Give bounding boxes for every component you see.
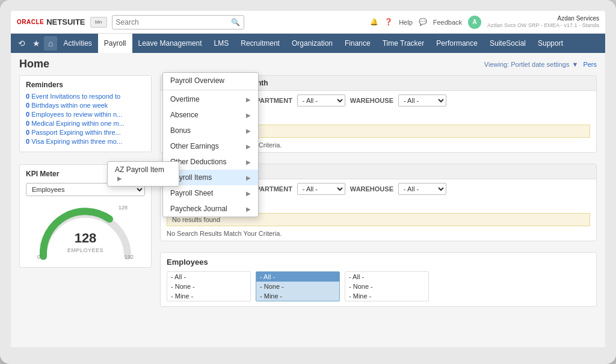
user-name: Azdan Services: [487, 14, 599, 22]
top-bar-right: 🔔 ❓ Help 💬 Feedback A Azdan Services Azd…: [370, 14, 599, 29]
reminder-item-0[interactable]: 0 Event Invitations to respond to: [26, 93, 145, 100]
chevron-right-icon: ▶: [246, 96, 251, 103]
dept-select-expiring[interactable]: - All -: [297, 94, 345, 106]
favorites-icon[interactable]: ★: [29, 36, 44, 51]
reminders-section: Reminders 0 Event Invitations to respond…: [19, 75, 152, 152]
nav-item-activities[interactable]: Activities: [57, 34, 97, 53]
warehouse-label-bday: WAREHOUSE: [350, 185, 393, 193]
emp-list-2[interactable]: - All - - None - - Mine -: [256, 271, 340, 301]
chevron-right-icon: ▶: [246, 112, 251, 119]
list-item[interactable]: - Mine -: [167, 291, 250, 301]
list-item[interactable]: - None -: [167, 282, 250, 291]
list-item[interactable]: - All -: [345, 272, 428, 282]
nav-item-timetracker[interactable]: Time Tracker: [377, 34, 431, 53]
list-item[interactable]: - Mine -: [345, 291, 428, 301]
avatar: A: [468, 16, 481, 29]
help-label[interactable]: Help: [399, 19, 413, 26]
list-item[interactable]: - None -: [256, 282, 339, 291]
nav-item-performance[interactable]: Performance: [430, 34, 484, 53]
help-icon[interactable]: ❓: [384, 18, 393, 26]
app-switcher-btn[interactable]: btn: [90, 17, 107, 28]
list-item[interactable]: - None -: [345, 282, 428, 291]
no-search-birthdays: No Search Results Match Your Criteria.: [161, 229, 596, 241]
chevron-right-icon: ▶: [246, 128, 251, 134]
reminder-item-5[interactable]: 0 Visa Expiring within three mo...: [26, 138, 145, 145]
top-bar: ORACLE NETSUITE btn 🔍 🔔 ❓ Help 💬 Feedbac…: [11, 11, 605, 34]
list-item[interactable]: - All -: [167, 272, 250, 282]
nav-item-support[interactable]: Support: [532, 34, 569, 53]
list-item[interactable]: - All -: [256, 272, 339, 282]
payroll-dropdown[interactable]: Payroll Overview Overtime ▶ Absence ▶ Bo…: [162, 72, 259, 217]
employees-lists: - All - - None - - Mine - - All - - None…: [167, 271, 590, 301]
oracle-text: ORACLE: [17, 19, 44, 25]
employees-title: Employees: [167, 258, 590, 267]
nav-item-leave[interactable]: Leave Management: [132, 34, 208, 53]
reminder-item-1[interactable]: 0 Birthdays within one week: [26, 102, 145, 109]
dropdown-item-paycheck-journal[interactable]: Paycheck Journal ▶: [163, 201, 258, 217]
submenu-item-az-payroll[interactable]: AZ Payroll Item ▶: [108, 162, 179, 186]
page-title: Home: [19, 58, 49, 70]
nav-item-organization[interactable]: Organization: [286, 34, 339, 53]
payroll-items-submenu[interactable]: AZ Payroll Item ▶: [107, 161, 179, 187]
gauge-min: 0: [37, 254, 40, 260]
reminders-title: Reminders: [26, 81, 145, 89]
dropdown-item-payroll-sheet[interactable]: Payroll Sheet ▶: [163, 185, 258, 201]
dropdown-item-absence[interactable]: Absence ▶: [163, 107, 258, 123]
emp-list-3[interactable]: - All - - None - - Mine -: [345, 271, 429, 301]
warehouse-label-expiring: WAREHOUSE: [350, 97, 393, 104]
emp-list-1[interactable]: - All - - None - - Mine -: [167, 271, 251, 301]
nav-item-recruitment[interactable]: Recruitment: [235, 34, 286, 53]
gauge-chart: 0 128 192 128 EMPLOYEES: [31, 202, 140, 262]
notifications-icon[interactable]: 🔔: [370, 18, 378, 26]
netsuite-text: NETSUITE: [46, 17, 85, 26]
reminder-item-3[interactable]: 0 Medical Expiring within one m...: [26, 120, 145, 127]
dropdown-item-payroll-overview[interactable]: Payroll Overview: [163, 73, 258, 88]
feedback-icon[interactable]: 💬: [419, 18, 427, 26]
reminder-item-4[interactable]: 0 Passport Expiring within thre...: [26, 129, 145, 136]
nav-item-suitesocial[interactable]: SuiteSocial: [484, 34, 532, 53]
user-info: Azdan Services Azdan Svcs OW SRP - EMEA …: [487, 14, 599, 29]
reminder-item-2[interactable]: 0 Employees to review within n...: [26, 111, 145, 118]
chevron-right-icon: ▶: [246, 159, 251, 165]
nav-item-lms[interactable]: LMS: [208, 34, 235, 53]
warehouse-select-birthdays[interactable]: - All -: [398, 183, 446, 195]
chevron-right-icon: ▶: [246, 143, 251, 150]
search-icon: 🔍: [231, 18, 240, 26]
warehouse-select-expiring[interactable]: - All -: [398, 94, 446, 106]
dropdown-item-bonus[interactable]: Bonus ▶: [163, 123, 258, 138]
gauge-max: 192: [125, 254, 134, 260]
oracle-logo: ORACLE NETSUITE: [17, 17, 85, 26]
dropdown-item-overtime[interactable]: Overtime ▶: [163, 91, 258, 107]
chevron-right-icon: ▶: [246, 190, 251, 197]
feedback-label[interactable]: Feedback: [433, 19, 462, 26]
nav-item-finance[interactable]: Finance: [339, 34, 377, 53]
nav-bar: ⟲ ★ ⌂ Activities Payroll Leave Managemen…: [11, 34, 605, 53]
nav-items: Activities Payroll Leave Management LMS …: [57, 34, 569, 53]
list-item[interactable]: - Mine -: [256, 291, 339, 301]
chevron-right-icon: ▶: [246, 206, 251, 212]
user-sub: Azdan Svcs OW SRP - EMEA - v17.1 - Stand…: [487, 22, 599, 29]
dropdown-item-other-earnings[interactable]: Other Earnings ▶: [163, 138, 258, 154]
nav-item-payroll[interactable]: Payroll: [98, 34, 132, 53]
dept-select-birthdays[interactable]: - All -: [297, 183, 345, 195]
page-header-row: Home Viewing: Portlet date settings ▼ Pe…: [11, 53, 605, 73]
search-bar: 🔍: [112, 15, 244, 29]
employees-section: Employees - All - - None - - Mine - - Al…: [160, 252, 597, 307]
gauge-mid: 128: [119, 205, 128, 211]
chevron-right-icon: ▶: [246, 174, 251, 181]
viewing-portlet[interactable]: Viewing: Portlet date settings ▼: [484, 61, 579, 68]
search-input[interactable]: [116, 18, 231, 26]
gauge-value: 128 EMPLOYEES: [67, 232, 103, 254]
history-icon[interactable]: ⟲: [14, 36, 29, 51]
home-icon[interactable]: ⌂: [44, 36, 57, 51]
pers-link[interactable]: Pers: [583, 61, 597, 68]
